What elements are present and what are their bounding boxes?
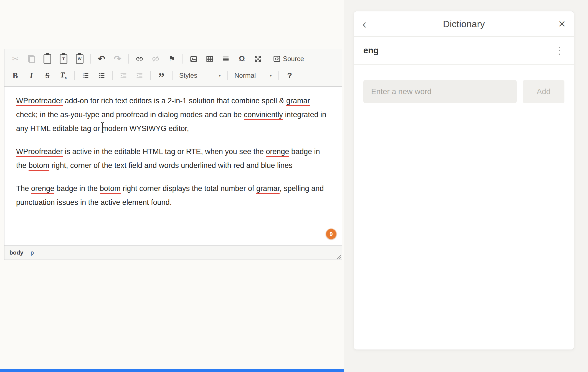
text-segment: is active in the editable HTML tag or RT…	[63, 147, 266, 156]
resize-handle[interactable]	[335, 253, 341, 259]
toolbar-separator	[308, 54, 308, 64]
copy-button[interactable]	[23, 52, 39, 66]
paragraph-format-dropdown[interactable]: Normal ▾	[230, 69, 276, 82]
strikethrough-icon: S	[45, 71, 49, 80]
misspelled-word[interactable]: gramar	[256, 184, 280, 194]
svg-text:3: 3	[83, 76, 84, 79]
dictionary-header: ‹ Dictionary ×	[354, 11, 574, 37]
misspelled-word[interactable]: conviniently	[244, 110, 283, 120]
flag-icon: ⚑	[168, 54, 175, 63]
editor-toolbar: ✂ T W ↶ ↷ ⚑	[4, 49, 342, 87]
bold-icon: B	[12, 71, 18, 80]
cut-button[interactable]: ✂	[7, 52, 23, 66]
horizontal-line-button[interactable]	[218, 52, 234, 66]
table-icon	[206, 55, 214, 63]
blockquote-button[interactable]: ”	[153, 67, 169, 84]
italic-button[interactable]: I	[23, 69, 39, 82]
styles-dropdown-label: Styles	[179, 72, 197, 79]
remove-format-button[interactable]: Tx	[55, 69, 72, 82]
editable-content-area[interactable]: WProofreader add-on for rich text editor…	[4, 87, 342, 245]
anchor-button[interactable]: ⚑	[164, 52, 180, 66]
outdent-icon	[120, 72, 127, 79]
editor-status-bar: body p	[4, 245, 342, 260]
dictionary-panel: ‹ Dictionary × eng ⋮ Add	[354, 11, 574, 350]
styles-dropdown[interactable]: Styles ▾	[175, 69, 225, 82]
source-button[interactable]: Source	[272, 52, 305, 66]
dictionary-language-label: eng	[363, 46, 554, 56]
paste-from-word-button[interactable]: W	[72, 52, 88, 66]
strikethrough-button[interactable]: S	[39, 69, 55, 82]
text-segment: check; in the as-you-type and proofread …	[16, 110, 244, 119]
source-label: Source	[283, 55, 304, 63]
maximize-button[interactable]	[250, 52, 266, 66]
paragraph-3: The orenge badge in the botom right corn…	[16, 182, 330, 209]
text-segment: right corner displays the total number o…	[121, 184, 256, 193]
outdent-button[interactable]	[115, 69, 131, 82]
unlink-button[interactable]	[148, 52, 164, 66]
blockquote-icon: ”	[158, 75, 164, 80]
proofreader-issues-badge[interactable]: 9	[326, 228, 337, 240]
rich-text-editor: ✂ T W ↶ ↷ ⚑	[4, 49, 342, 260]
text-segment: The	[16, 184, 31, 193]
toolbar-separator	[278, 71, 279, 80]
toolbar-separator	[150, 71, 151, 80]
misspelled-word[interactable]: orenge	[266, 147, 289, 157]
insert-table-button[interactable]	[202, 52, 218, 66]
paste-from-word-icon: W	[76, 54, 83, 64]
misspelled-word[interactable]: botom	[29, 161, 49, 171]
element-path-p[interactable]: p	[31, 249, 34, 256]
undo-button[interactable]: ↶	[93, 52, 110, 66]
special-char-button[interactable]: Ω	[234, 52, 250, 66]
paste-button[interactable]	[39, 52, 55, 66]
paste-as-text-button[interactable]: T	[55, 52, 72, 66]
screen: ✂ T W ↶ ↷ ⚑	[0, 0, 588, 372]
kebab-menu-icon[interactable]: ⋮	[554, 46, 564, 56]
question-mark-icon: ?	[287, 71, 292, 80]
toolbar-separator	[128, 54, 129, 64]
toolbar-row-2: B I S Tx 123 ”	[7, 67, 339, 84]
source-icon	[273, 55, 281, 63]
text-segment: right, corner of the text field and word…	[49, 161, 293, 170]
copy-icon	[28, 55, 35, 63]
format-dropdown-label: Normal	[234, 72, 256, 79]
indent-icon	[136, 72, 143, 79]
about-button[interactable]: ?	[282, 69, 298, 82]
remove-format-x: x	[65, 75, 67, 80]
back-chevron-icon[interactable]: ‹	[362, 17, 374, 30]
chevron-down-icon: ▾	[270, 73, 272, 78]
bulleted-list-button[interactable]	[93, 69, 110, 82]
undo-icon: ↶	[98, 54, 105, 64]
toolbar-separator	[269, 54, 269, 64]
new-word-input[interactable]	[363, 80, 517, 103]
element-path-body[interactable]: body	[9, 249, 23, 256]
italic-icon: I	[30, 71, 33, 80]
misspelled-word[interactable]: gramar	[286, 97, 310, 106]
close-icon[interactable]: ×	[553, 18, 566, 30]
link-icon	[136, 55, 143, 63]
text-segment: badge in the	[54, 184, 100, 193]
paste-icon	[44, 54, 51, 64]
omega-icon: Ω	[239, 55, 245, 63]
numbered-list-button[interactable]: 123	[77, 69, 93, 82]
dictionary-title: Dictionary	[374, 19, 553, 29]
paste-word-letter: W	[78, 57, 81, 61]
dictionary-add-word-row: Add	[354, 65, 574, 103]
insert-image-button[interactable]	[186, 52, 202, 66]
link-button[interactable]	[131, 52, 148, 66]
redo-button[interactable]: ↷	[110, 52, 126, 66]
remove-format-icon: Tx	[60, 71, 67, 80]
toolbar-separator	[74, 71, 75, 80]
paste-text-letter: T	[62, 57, 65, 61]
toolbar-separator	[90, 54, 91, 64]
misspelled-word[interactable]: WProofreader	[16, 147, 63, 157]
add-word-button[interactable]: Add	[523, 80, 564, 103]
cut-icon: ✂	[12, 54, 19, 63]
bold-button[interactable]: B	[7, 69, 23, 82]
maximize-icon	[254, 55, 262, 63]
misspelled-word[interactable]: botom	[100, 184, 121, 194]
indent-button[interactable]	[131, 69, 148, 82]
misspelled-word[interactable]: orenge	[31, 184, 54, 194]
misspelled-word[interactable]: WProofreader	[16, 97, 63, 106]
toolbar-separator	[172, 71, 173, 80]
chevron-down-icon: ▾	[219, 73, 221, 78]
